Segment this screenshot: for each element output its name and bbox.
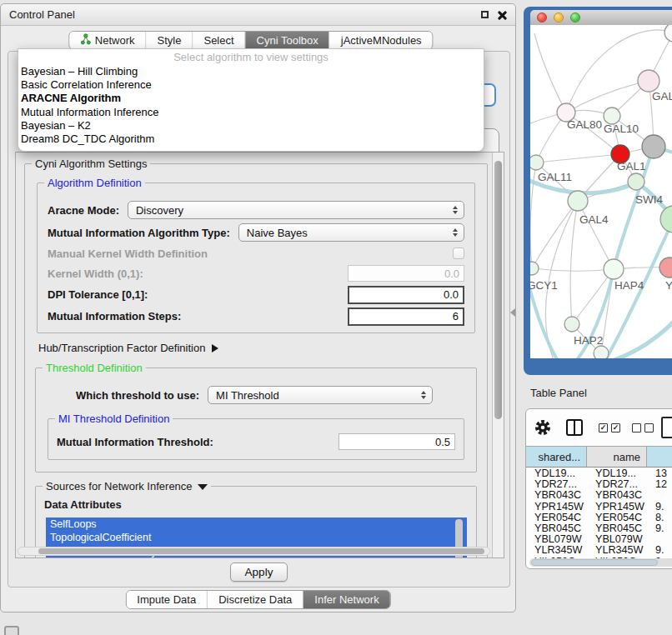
network-node-node-salmon[interactable] [659,258,672,278]
mi-algorithm-type-select[interactable]: Naive Bayes [238,223,464,242]
column-header-name[interactable]: name [587,447,647,467]
table-cell: YBL079W [526,534,587,545]
tab-label: jActiveMNodules [341,34,422,47]
table-cell: YPR145W [526,502,587,512]
table-header-row: shared...name [526,446,672,468]
settings-horizontal-scrollbar[interactable] [18,547,490,556]
table-icon[interactable] [661,417,672,438]
network-node-gcy1[interactable] [530,262,539,275]
sources-toggle[interactable]: Sources for Network Inference [43,480,211,492]
algorithm-option-dream8-dc-tdc-algorithm[interactable]: Dream8 DC_TDC Algorithm [18,132,484,146]
float-panel-icon[interactable] [481,11,489,18]
node-label-gal10: GAL10 [604,122,639,135]
tab-style[interactable]: Style [147,32,193,49]
table-row[interactable]: YDR27...YDR27...12 [526,479,672,490]
network-edge [570,201,578,324]
tab-jactivemnodules[interactable]: jActiveMNodules [330,32,433,49]
table-cell [647,490,672,501]
zoom-light-icon[interactable] [570,12,580,22]
mi-type-value: Naive Bayes [247,227,308,239]
node-label-gal4: GAL4 [579,213,609,226]
kernel-width-field[interactable]: 0.0 [348,265,464,282]
tab-network[interactable]: Network [69,32,147,49]
node-label-hap2: HAP2 [574,334,603,347]
tab-impute-data[interactable]: Impute Data [126,591,208,608]
panel-splitter-handle[interactable] [510,308,515,317]
close-light-icon[interactable] [537,12,547,22]
gear-icon[interactable] [526,418,559,437]
mi-threshold-field[interactable]: 0.5 [339,433,455,450]
tab-select[interactable]: Select [193,32,245,49]
table-cell: YBR043C [526,490,587,501]
split-view-icon[interactable] [559,419,589,436]
dpi-tolerance-label: DPI Tolerance [0,1]: [48,288,148,301]
network-node-node-top-right[interactable] [664,25,672,42]
table-row[interactable]: YDL19...YDL19...13 [526,468,672,479]
table-row[interactable]: YBL079WYBL079W [526,534,672,545]
tab-discretize-data[interactable]: Discretize Data [208,591,303,608]
tab-label: Impute Data [137,593,196,606]
table-cell [647,534,672,545]
which-threshold-value: MI Threshold [216,389,279,402]
aracne-mode-select[interactable]: Discovery [128,201,464,219]
node-label-gal7: GAL7 [652,90,672,102]
hub-definition-toggle[interactable]: Hub/Transcription Factor Definition [38,342,477,354]
settings-vertical-scrollbar[interactable] [492,152,504,558]
column-header-2[interactable] [647,447,672,467]
network-node-gal7[interactable] [638,70,659,92]
table-row[interactable]: YER054CYER054C8. [526,512,672,523]
table-row[interactable]: YBR045CYBR045C9. [526,523,672,534]
table-row[interactable]: YBR043CYBR043C [526,490,672,501]
table-cell: YDL19... [587,468,647,479]
node-label-gal11: GAL11 [538,171,572,183]
network-node-swi4[interactable] [628,173,644,190]
manual-kernel-checkbox[interactable] [453,248,464,259]
algorithm-dropdown-placeholder: Select algorithm to view settings [18,49,484,65]
mi-steps-field[interactable]: 6 [348,308,464,326]
table-cell: YBR045C [587,523,647,534]
network-node-hap4[interactable] [604,259,624,279]
network-node-gal10[interactable] [604,108,620,124]
data-attribute-selfloops[interactable]: SelfLoops [46,518,467,531]
close-panel-icon[interactable] [497,10,507,20]
network-edge [536,154,620,162]
apply-button[interactable]: Apply [230,562,288,582]
network-node-hap2[interactable] [564,317,579,332]
which-threshold-label: Which threshold to use: [76,389,199,402]
control-panel-tab-bar: NetworkStyleSelectCyni ToolboxjActiveMNo… [68,31,434,50]
dpi-tolerance-field[interactable]: 0.0 [348,286,464,304]
algorithm-option-basic-correlation-inference[interactable]: Basic Correlation Inference [18,78,484,92]
table-horizontal-scrollbar[interactable] [529,558,672,567]
table-cell: YPR145W [587,502,647,512]
tab-cyni-toolbox[interactable]: Cyni Toolbox [246,32,330,49]
settings-scroll-panel: Cyni Algorithm Settings Algorithm Defini… [15,152,504,558]
algorithm-option-aracne-algorithm[interactable]: ARACNE Algorithm [18,92,484,105]
table-row[interactable]: YPR145WYPR145W9. [526,502,672,512]
network-node-node-gray[interactable] [642,135,665,158]
network-node-node-green-right[interactable] [660,206,672,232]
table-cell: 8. [647,512,672,523]
minimize-light-icon[interactable] [554,12,564,22]
node-label-gcy1: GCY1 [530,279,558,292]
data-attributes-label: Data Attributes [44,498,469,511]
table-row[interactable]: YLR345WYLR345W9. [526,545,672,556]
table-cell: YER054C [587,512,647,523]
which-threshold-select[interactable]: MI Threshold [208,386,433,404]
algorithm-option-mutual-information-inference[interactable]: Mutual Information Inference [18,106,484,119]
network-node-gal11[interactable] [530,155,544,170]
tab-infer-network[interactable]: Infer Network [303,591,389,608]
checked-columns-icon[interactable]: ✓✓ [593,423,626,432]
column-header-shared[interactable]: shared... [526,447,587,467]
network-canvas[interactable]: GAL7GAL80GAL10GAL1GAL11SWI4GAL4GCY1HAP4Y… [530,25,672,358]
network-window-titlebar [530,10,672,25]
table-cell: YBR045C [526,523,587,534]
unchecked-columns-icon[interactable] [626,423,659,432]
network-node-node-bottom[interactable] [594,346,609,358]
network-node-gal4[interactable] [568,191,588,211]
algorithm-option-bayesian-hill-climbing[interactable]: Bayesian – Hill Climbing [18,65,484,78]
network-graph[interactable]: GAL7GAL80GAL10GAL1GAL11SWI4GAL4GCY1HAP4Y… [530,25,672,358]
minimized-panel-icon[interactable] [4,626,19,635]
group-title: MI Threshold Definition [55,412,173,425]
algorithm-option-bayesian-k2[interactable]: Bayesian – K2 [18,119,484,132]
data-attribute-topologicalcoefficient[interactable]: TopologicalCoefficient [46,531,467,544]
